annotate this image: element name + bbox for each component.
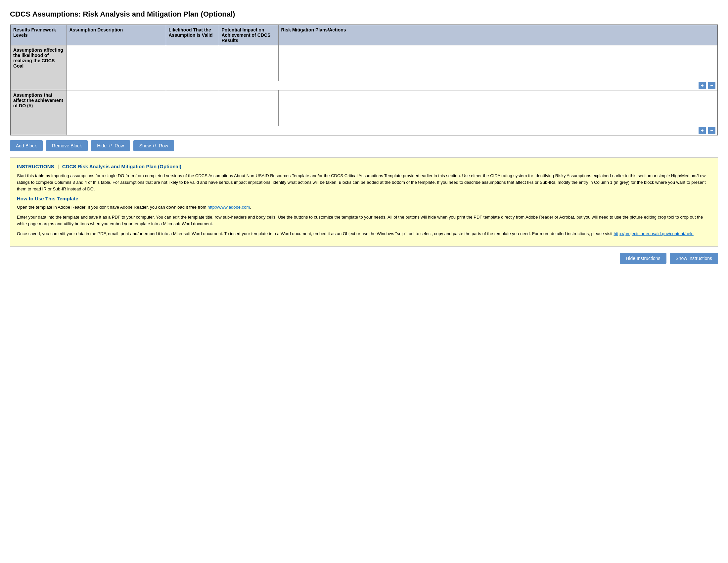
section1-row1: Assumptions affecting the likelihood of … <box>10 45 718 57</box>
section1-add-row-btn[interactable]: + <box>699 82 706 89</box>
section1-row3 <box>10 69 718 81</box>
instructions-title: INSTRUCTIONS | CDCS Risk Analysis and Mi… <box>17 164 711 169</box>
section1-pm-cell: + − <box>67 81 718 90</box>
section2-row2 <box>10 102 718 114</box>
table-header-row: Results Framework Levels Assumption Desc… <box>10 25 718 45</box>
how-to-para1-text: Open the template in Adobe Reader. If yo… <box>17 205 207 210</box>
s2-r2-mitigation[interactable] <box>278 102 718 114</box>
s1-r2-assumption[interactable] <box>67 57 166 69</box>
section2-remove-row-btn[interactable]: − <box>708 127 715 134</box>
s1-r3-mitigation[interactable] <box>278 69 718 81</box>
how-to-para1: Open the template in Adobe Reader. If yo… <box>17 204 711 211</box>
section2-row1: Assumptions that affect the achievement … <box>10 90 718 102</box>
how-to-link1-suffix: . <box>250 205 251 210</box>
s2-r1-impact[interactable] <box>219 90 278 102</box>
bottom-buttons: Hide Instructions Show Instructions <box>10 253 718 264</box>
s2-r1-mitigation[interactable] <box>278 90 718 102</box>
s2-r2-impact[interactable] <box>219 102 278 114</box>
s1-r1-likelihood[interactable] <box>166 45 219 57</box>
adobe-link[interactable]: http://www.adobe.com <box>207 205 250 210</box>
show-row-button[interactable]: Show +/- Row <box>133 140 174 151</box>
section1-pm-row: + − <box>10 81 718 90</box>
page-title: CDCS Assumptions: Risk Analysis and Miti… <box>10 10 718 19</box>
instructions-para1: Start this table by importing assumption… <box>17 172 711 192</box>
section2-pm-cell: + − <box>67 126 718 135</box>
section1-remove-row-btn[interactable]: − <box>708 82 715 89</box>
s2-r3-assumption[interactable] <box>67 114 166 126</box>
instructions-body: Start this table by importing assumption… <box>17 172 711 237</box>
section2-add-row-btn[interactable]: + <box>699 127 706 134</box>
instructions-box: INSTRUCTIONS | CDCS Risk Analysis and Mi… <box>10 157 718 247</box>
col-header-results: Results Framework Levels <box>10 25 67 45</box>
col-header-impact: Potential Impact on Achievement of CDCS … <box>219 25 278 45</box>
s1-r2-likelihood[interactable] <box>166 57 219 69</box>
s2-r3-likelihood[interactable] <box>166 114 219 126</box>
col-header-likelihood: Likelihood That the Assumption is Valid <box>166 25 219 45</box>
instructions-subtitle: CDCS Risk Analysis and Mitigation Plan (… <box>62 164 181 169</box>
s2-r1-assumption[interactable] <box>67 90 166 102</box>
instructions-label: INSTRUCTIONS <box>17 164 54 169</box>
how-to-para3-text: Once saved, you can edit your data in th… <box>17 231 614 236</box>
section1-row2 <box>10 57 718 69</box>
s1-r2-mitigation[interactable] <box>278 57 718 69</box>
s2-r3-impact[interactable] <box>219 114 278 126</box>
col-header-mitigation: Risk Mitigation Plans/Actions <box>278 25 718 45</box>
s2-r2-assumption[interactable] <box>67 102 166 114</box>
s1-r3-likelihood[interactable] <box>166 69 219 81</box>
how-to-title: How to Use This Template <box>17 196 711 201</box>
usaid-link[interactable]: http://projectstarter.usaid.gov/content/… <box>614 231 693 236</box>
how-to-link2-suffix: . <box>694 231 695 236</box>
add-block-button[interactable]: Add Block <box>10 140 43 151</box>
s2-r3-mitigation[interactable] <box>278 114 718 126</box>
remove-block-button[interactable]: Remove Block <box>46 140 88 151</box>
section2-row3 <box>10 114 718 126</box>
section2-label: Assumptions that affect the achievement … <box>10 90 67 135</box>
s1-r1-assumption[interactable] <box>67 45 166 57</box>
s2-r1-likelihood[interactable] <box>166 90 219 102</box>
section2-pm-row: + − <box>10 126 718 135</box>
s2-r2-likelihood[interactable] <box>166 102 219 114</box>
col-header-assumption: Assumption Description <box>67 25 166 45</box>
how-to-para2: Enter your data into the template and sa… <box>17 214 711 227</box>
s1-r3-impact[interactable] <box>219 69 278 81</box>
section1-label: Assumptions affecting the likelihood of … <box>10 45 67 90</box>
s1-r3-assumption[interactable] <box>67 69 166 81</box>
hide-instructions-button[interactable]: Hide Instructions <box>620 253 666 264</box>
show-instructions-button[interactable]: Show Instructions <box>670 253 718 264</box>
action-buttons: Add Block Remove Block Hide +/- Row Show… <box>10 140 718 151</box>
instructions-separator: | <box>58 164 60 169</box>
hide-row-button[interactable]: Hide +/- Row <box>91 140 130 151</box>
s1-r1-mitigation[interactable] <box>278 45 718 57</box>
how-to-para3: Once saved, you can edit your data in th… <box>17 230 711 237</box>
assumptions-table: Results Framework Levels Assumption Desc… <box>10 24 718 135</box>
s1-r1-impact[interactable] <box>219 45 278 57</box>
s1-r2-impact[interactable] <box>219 57 278 69</box>
